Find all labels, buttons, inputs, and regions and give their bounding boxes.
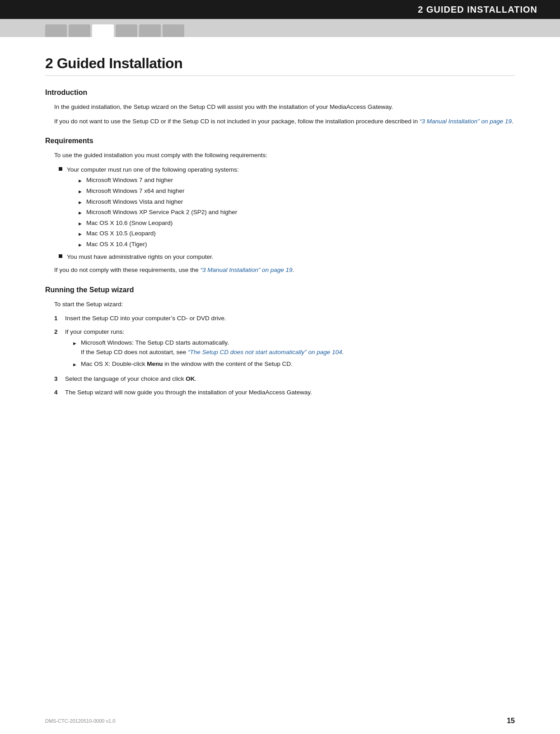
req-bullet-1: Your computer must run one of the follow…: [59, 165, 515, 250]
step-4-num: 4: [54, 388, 65, 397]
arrow-icon: ►: [78, 199, 83, 207]
step-4: 4 The Setup wizard will now guide you th…: [54, 388, 515, 397]
autostart-link[interactable]: “The Setup CD does not start automatical…: [188, 349, 342, 355]
req-bullet-2-text: You must have administrative rights on y…: [67, 252, 213, 262]
step-3-text: Select the language of your choice and c…: [65, 374, 515, 384]
chapter-number: 2: [45, 55, 53, 71]
os-item-1: ► Microsoft Windows 7 and higher: [78, 175, 239, 185]
intro-manual-link[interactable]: “3 Manual Installation” on page 19: [420, 118, 512, 125]
step-2-sub-1-text: Microsoft Windows: The Setup CD starts a…: [81, 339, 229, 346]
running-setup-intro: To start the Setup wizard:: [45, 299, 515, 309]
page-number: 15: [507, 717, 515, 725]
arrow-icon: ►: [78, 230, 83, 238]
os-item-7: ► Mac OS X 10.4 (Tiger): [78, 239, 239, 249]
setup-steps-list: 1 Insert the Setup CD into your computer…: [45, 313, 515, 397]
step-2-sub-2: ► Mac OS X: Double-click Menu in the win…: [72, 359, 515, 369]
tab-4[interactable]: [116, 24, 137, 37]
tab-3-active[interactable]: [92, 24, 114, 37]
tab-strip: [0, 19, 560, 37]
tab-1[interactable]: [45, 24, 67, 37]
header-bar: 2 GUIDED INSTALLATION: [0, 0, 560, 19]
req-bullet-2: You must have administrative rights on y…: [59, 252, 515, 262]
requirements-heading: Requirements: [45, 137, 515, 145]
step-2-num: 2: [54, 327, 65, 337]
non-comply-link[interactable]: “3 Manual Installation” on page 19: [200, 266, 292, 273]
req-bullet-1-text: Your computer must run one of the follow…: [67, 166, 239, 173]
arrow-icon: ►: [78, 209, 83, 217]
footer: DMS-CTC-20120510-0000 v1.0 15: [45, 717, 515, 725]
os-item-3: ► Microsoft Windows Vista and higher: [78, 197, 239, 207]
step-1-num: 1: [54, 313, 65, 323]
step-1-text: Insert the Setup CD into your computer’s…: [65, 313, 515, 323]
os-item-5: ► Mac OS X 10.6 (Snow Leopard): [78, 218, 239, 228]
tab-5[interactable]: [139, 24, 161, 37]
os-item-4: ► Microsoft Windows XP Service Pack 2 (S…: [78, 207, 239, 217]
running-setup-heading: Running the Setup wizard: [45, 286, 515, 294]
arrow-icon-2: ►: [72, 361, 77, 369]
step-2-sub-1: ► Microsoft Windows: The Setup CD starts…: [72, 338, 515, 357]
chapter-title: Guided Installation: [57, 55, 183, 71]
footer-doc-id: DMS-CTC-20120510-0000 v1.0: [45, 718, 115, 724]
step-4-text: The Setup wizard will now guide you thro…: [65, 388, 515, 397]
requirements-intro: To use the guided installation you must …: [45, 150, 515, 160]
arrow-icon: ►: [78, 241, 83, 249]
arrow-icon: ►: [72, 340, 77, 348]
intro-para-1: In the guided installation, the Setup wi…: [45, 102, 515, 112]
bullet-square-icon: [59, 167, 62, 171]
step-2-content: If your computer runs: ► Microsoft Windo…: [65, 327, 515, 370]
tab-6[interactable]: [163, 24, 184, 37]
chapter-divider: [45, 75, 515, 76]
tab-2[interactable]: [69, 24, 90, 37]
step-1: 1 Insert the Setup CD into your computer…: [54, 313, 515, 323]
requirements-list: Your computer must run one of the follow…: [45, 165, 515, 262]
header-title: 2 GUIDED INSTALLATION: [418, 5, 537, 15]
arrow-icon: ►: [78, 220, 83, 228]
step-3: 3 Select the language of your choice and…: [54, 374, 515, 384]
arrow-icon: ►: [78, 177, 83, 185]
non-comply-para: If you do not comply with these requirem…: [45, 265, 515, 275]
main-content: 2 Guided Installation Introduction In th…: [0, 37, 560, 428]
step-2-text: If your computer runs:: [65, 328, 124, 335]
os-item-2: ► Microsoft Windows 7 x64 and higher: [78, 186, 239, 196]
step-2: 2 If your computer runs: ► Microsoft Win…: [54, 327, 515, 370]
intro-para-2: If you do not want to use the Setup CD o…: [45, 117, 515, 126]
step-2-sub-list: ► Microsoft Windows: The Setup CD starts…: [65, 338, 515, 369]
os-item-6: ► Mac OS X 10.5 (Leopard): [78, 229, 239, 238]
chapter-heading: 2 Guided Installation: [45, 55, 515, 72]
arrow-icon: ►: [78, 188, 83, 196]
step-3-num: 3: [54, 374, 65, 384]
introduction-heading: Introduction: [45, 89, 515, 97]
step-2-sub-1-cont: If the Setup CD does not autostart, see …: [81, 349, 344, 355]
os-list: ► Microsoft Windows 7 and higher ► Micro…: [67, 175, 239, 249]
bullet-square-icon-2: [59, 254, 62, 258]
step-2-sub-2-text: Mac OS X: Double-click Menu in the windo…: [81, 359, 293, 369]
